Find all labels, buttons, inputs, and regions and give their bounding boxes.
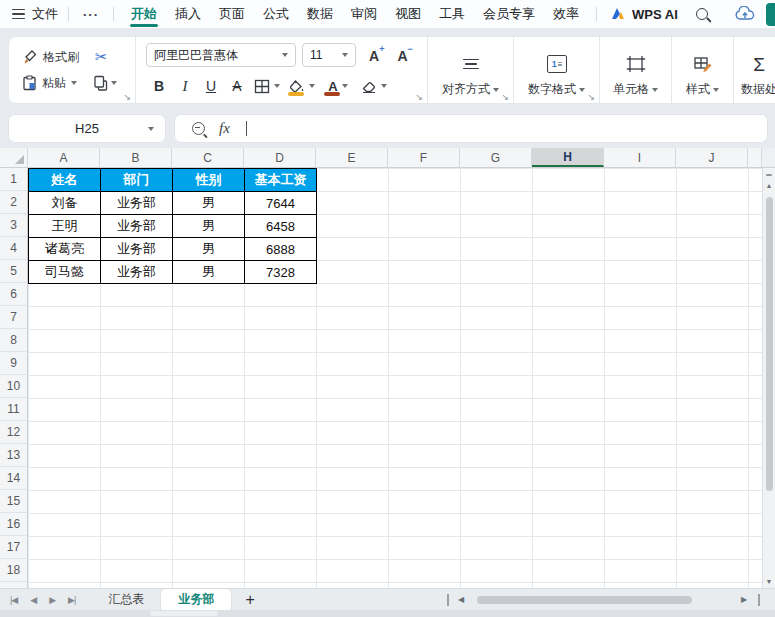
cut-icon[interactable]: ✂ [95,48,108,66]
menu-tab[interactable]: 工具 [430,0,474,28]
row-header[interactable]: 8 [0,329,27,352]
cell-name[interactable]: 刘备 [29,192,100,214]
cloud-upload-icon[interactable] [735,6,755,22]
cell-name[interactable]: 王明 [29,215,100,237]
menu-tab[interactable]: 页面 [210,0,254,28]
row-header[interactable]: 11 [0,398,27,421]
hamburger-menu-icon[interactable] [12,9,25,20]
data-process-group[interactable]: Σ 数据处 [734,36,775,104]
menu-tab[interactable]: 会员专享 [474,0,544,28]
row-header[interactable]: 16 [0,513,27,536]
font-color-button[interactable]: A [320,73,356,99]
column-header[interactable]: A [28,148,100,167]
column-header[interactable]: D [244,148,316,167]
row-header[interactable]: 15 [0,490,27,513]
last-sheet-icon[interactable]: ▶| [68,595,75,605]
h-split-handle[interactable] [758,594,760,606]
h-split-handle[interactable] [447,594,449,606]
alignment-group[interactable]: 对齐方式 ↘ [428,36,514,104]
column-header[interactable]: H [532,148,604,167]
clear-format-button[interactable] [356,73,392,99]
row-header[interactable]: 4 [0,237,27,260]
wps-ai-button[interactable]: WPS AI [611,7,678,22]
scroll-left-icon[interactable]: ◀ [458,595,464,604]
increase-font-size-button[interactable]: A+ [369,47,384,64]
column-header[interactable]: F [388,148,460,167]
font-size-select[interactable]: 11 [302,43,356,67]
scroll-down-icon[interactable]: ▼ [763,578,775,585]
format-painter-button[interactable]: 格式刷 [22,49,79,66]
row-header[interactable]: 14 [0,467,27,490]
paste-button[interactable]: 粘贴 [22,75,77,92]
insert-function-icon[interactable]: fx [219,120,230,137]
italic-button[interactable]: I [172,73,198,99]
bold-button[interactable]: B [146,73,172,99]
cell-name[interactable]: 司马懿 [29,261,100,283]
cell-salary[interactable]: 7644 [245,192,316,214]
cell-salary[interactable]: 7328 [245,261,316,283]
formula-input[interactable]: fx [174,114,768,143]
cell-salary[interactable]: 6888 [245,238,316,260]
column-header-partial[interactable] [748,148,762,167]
table-header-cell[interactable]: 性别 [173,169,244,191]
cell-dept[interactable]: 业务部 [101,192,172,214]
fill-color-button[interactable] [284,73,320,99]
strikethrough-button[interactable]: A [224,73,250,99]
row-header[interactable]: 10 [0,375,27,398]
menu-tab[interactable]: 数据 [298,0,342,28]
first-sheet-icon[interactable]: |◀ [10,595,17,605]
column-header[interactable]: G [460,148,532,167]
column-header[interactable]: B [100,148,172,167]
row-header[interactable]: 17 [0,536,27,559]
cell-gender[interactable]: 男 [173,192,244,214]
more-menu-button[interactable]: ··· [77,7,105,22]
column-header[interactable]: J [676,148,748,167]
row-header[interactable]: 18 [0,559,27,582]
row-header[interactable]: 13 [0,444,27,467]
cell-name[interactable]: 诸葛亮 [29,238,100,260]
table-header-cell[interactable]: 姓名 [29,169,100,191]
table-header-cell[interactable]: 部门 [101,169,172,191]
file-menu[interactable]: 文件 [32,5,58,23]
formula-zoom-icon[interactable] [192,122,205,135]
select-all-corner[interactable] [0,148,28,167]
number-format-group[interactable]: 1≡ 数字格式 ↘ [514,36,600,104]
underline-button[interactable]: U [198,73,224,99]
number-format-expand-icon[interactable]: ↘ [587,93,595,102]
clipboard-expand-icon[interactable]: ↘ [123,93,131,102]
cell-gender[interactable]: 男 [173,238,244,260]
row-header[interactable]: 9 [0,352,27,375]
sheet-tab[interactable]: 汇总表 [91,589,161,611]
vertical-scrollbar[interactable]: ▲ ▼ [762,168,775,588]
menu-tab[interactable]: 效率 [544,0,588,28]
cell-dept[interactable]: 业务部 [101,238,172,260]
cell-gender[interactable]: 男 [173,215,244,237]
column-header[interactable]: I [604,148,676,167]
spreadsheet-grid[interactable]: 123456789101112131415161718 姓名部门性别基本工资 刘… [0,168,775,588]
scroll-right-icon[interactable]: ▶ [741,595,747,604]
row-header[interactable]: 2 [0,191,27,214]
menu-tab[interactable]: 公式 [254,0,298,28]
cell-dept[interactable]: 业务部 [101,261,172,283]
row-header[interactable]: 6 [0,283,27,306]
table-header-cell[interactable]: 基本工资 [245,169,316,191]
vertical-scroll-thumb[interactable] [766,197,773,491]
row-header[interactable]: 3 [0,214,27,237]
sheet-tab[interactable]: 业务部 [161,589,231,611]
menu-tab[interactable]: 开始 [122,0,166,28]
decrease-font-size-button[interactable]: A− [397,47,412,64]
scroll-up-icon[interactable]: ▲ [763,182,775,189]
column-header[interactable]: E [316,148,388,167]
cell-salary[interactable]: 6458 [245,215,316,237]
styles-group[interactable]: 样式 [672,36,734,104]
cell-name-box[interactable]: H25 [8,114,166,143]
font-expand-icon[interactable]: ↘ [415,93,423,102]
column-header[interactable]: C [172,148,244,167]
side-panel-edge[interactable] [766,3,775,26]
menu-tab[interactable]: 审阅 [342,0,386,28]
copy-button[interactable] [93,75,117,91]
menu-tab[interactable]: 插入 [166,0,210,28]
alignment-expand-icon[interactable]: ↘ [501,93,509,102]
prev-sheet-icon[interactable]: ◀ [30,595,36,605]
search-icon[interactable] [696,8,708,20]
